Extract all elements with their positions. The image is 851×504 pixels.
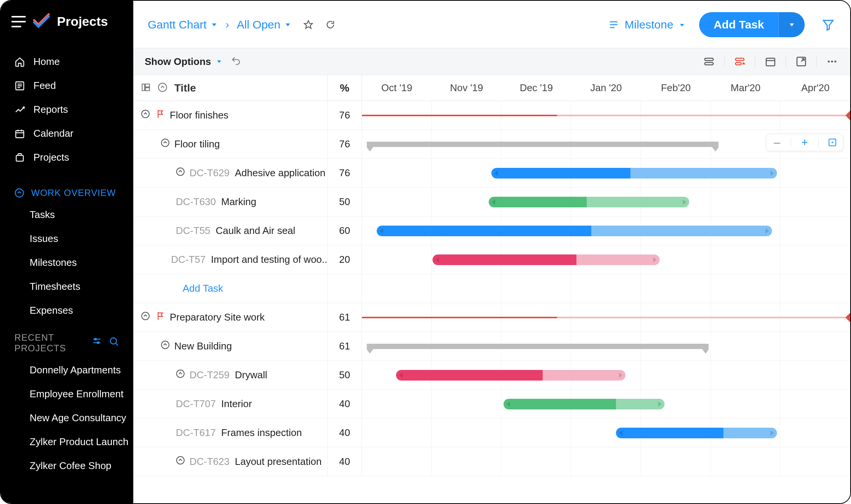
nav-milestones[interactable]: Milestones [1,251,133,275]
milestone-diamond-icon[interactable] [845,313,851,322]
zoom-in-button[interactable]: + [799,137,810,148]
nav-projects[interactable]: Projects [1,145,133,169]
add-task-button[interactable]: Add Task [699,12,778,37]
view-dropdown[interactable]: Gantt Chart [148,18,218,31]
bar-handle-right-icon[interactable] [770,171,774,176]
filter-button[interactable] [821,17,836,32]
nav-feed[interactable]: Feed [1,74,133,98]
work-overview-header[interactable]: WORK OVERVIEW [1,178,133,203]
search-icon[interactable] [109,337,120,349]
nav-tasks[interactable]: Tasks [1,203,133,227]
timeline-cell[interactable] [362,361,850,389]
row-title-cell[interactable]: DC-T617 Frames inspection [133,419,328,447]
more-button[interactable] [825,55,839,68]
timeline-cell[interactable] [362,419,850,447]
timeline-cell[interactable] [362,159,850,187]
bar-handle-right-icon[interactable] [653,257,657,262]
bar-handle-left-icon[interactable] [507,401,510,407]
collapse-icon[interactable] [176,167,185,179]
zoom-out-button[interactable]: – [772,137,782,148]
fit-button[interactable] [827,137,838,148]
row-title-cell[interactable]: DC-T707 Interior [133,390,328,418]
bar-handle-left-icon[interactable] [399,373,403,378]
recent-project-item[interactable]: Donnelly Apartments [1,358,133,382]
bar-handle-left-icon[interactable] [494,171,498,176]
favorite-button[interactable] [303,19,314,30]
row-title-cell[interactable]: DC-T55 Caulk and Air seal [133,216,328,245]
row-title-cell[interactable]: DC-T259 Drywall [133,361,328,389]
collapse-icon[interactable] [176,369,185,381]
recent-project-item[interactable]: Employee Enrollment [1,382,133,406]
bar-handle-left-icon[interactable] [619,430,622,436]
summary-bar[interactable] [367,142,718,147]
group-by-dropdown[interactable]: Milestone [608,18,685,31]
timeline-cell[interactable] [362,101,850,130]
today-button[interactable] [764,55,777,68]
task-bar[interactable] [433,254,660,265]
nav-timesheets[interactable]: Timesheets [1,275,133,299]
nav-home[interactable]: Home [1,50,133,74]
bar-handle-right-icon[interactable] [619,373,622,378]
bar-handle-right-icon[interactable] [770,430,774,436]
settings-sliders-icon[interactable] [92,337,102,349]
recent-project-item[interactable]: Zylker Cofee Shop [1,454,133,478]
timeline-cell[interactable] [362,274,850,303]
timeline-cell[interactable] [362,216,850,245]
row-title-cell[interactable]: Preparatory Site work [133,303,328,332]
row-title-cell[interactable]: DC-T57 Import and testing of woo.. [133,245,328,274]
add-task-dropdown[interactable] [778,12,805,37]
refresh-button[interactable] [325,19,336,30]
bar-handle-right-icon[interactable] [766,228,769,234]
recent-project-item[interactable]: Zylker Product Launch [1,430,133,454]
row-title: Adhesive application [235,167,325,179]
show-options-dropdown[interactable]: Show Options [145,56,223,68]
task-bar[interactable] [489,197,689,207]
collapse-icon[interactable] [141,311,150,323]
task-bar[interactable] [616,428,777,438]
filter-dropdown[interactable]: All Open [237,18,292,31]
collapse-all-icon[interactable] [158,82,167,94]
collapse-icon[interactable] [161,340,170,352]
bar-handle-right-icon[interactable] [683,199,686,205]
timeline-cell[interactable] [362,188,850,216]
task-bar[interactable] [504,399,665,409]
collapse-icon[interactable] [161,138,170,150]
nav-reports[interactable]: Reports [1,98,133,122]
timeline-cell[interactable] [362,245,850,274]
task-bar[interactable] [377,226,772,236]
task-bar[interactable] [396,370,625,381]
nav-issues[interactable]: Issues [1,227,133,251]
timeline-cell[interactable] [362,332,850,360]
fullscreen-button[interactable] [794,55,808,68]
bar-handle-left-icon[interactable] [436,257,439,262]
timeline-cell[interactable] [362,303,850,332]
summary-bar[interactable] [367,344,709,349]
undo-button[interactable] [231,56,242,67]
menu-icon[interactable] [11,16,26,27]
row-title-cell[interactable]: Floor finishes [133,101,328,130]
columns-icon[interactable] [141,82,151,94]
svg-marker-24 [789,24,794,26]
timeline-cell[interactable] [362,390,850,418]
collapse-icon[interactable] [141,109,150,121]
row-title-cell[interactable]: Floor tiling [133,130,328,158]
milestone-line[interactable] [362,115,850,116]
bar-handle-right-icon[interactable] [658,401,662,407]
nav-calendar[interactable]: Calendar [1,122,133,145]
milestone-diamond-icon[interactable] [845,111,851,120]
collapse-icon[interactable] [176,456,185,468]
row-title-cell[interactable]: New Building [133,332,328,360]
timeline-cell[interactable] [362,447,850,476]
task-bar[interactable] [491,168,777,179]
bar-handle-left-icon[interactable] [492,199,495,205]
add-task-inline[interactable]: Add Task [133,274,328,303]
nav-expenses[interactable]: Expenses [1,299,133,322]
toolbar-icon-1[interactable] [702,55,716,68]
row-title-cell[interactable]: DC-T630 Marking [133,188,328,216]
milestone-line[interactable] [362,317,850,318]
bar-handle-left-icon[interactable] [380,228,383,234]
row-title-cell[interactable]: DC-T623 Layout presentation [133,447,328,476]
recent-project-item[interactable]: New Age Consultancy [1,406,133,430]
toolbar-icon-2[interactable] [733,55,747,68]
row-title-cell[interactable]: DC-T629 Adhesive application [133,159,328,187]
